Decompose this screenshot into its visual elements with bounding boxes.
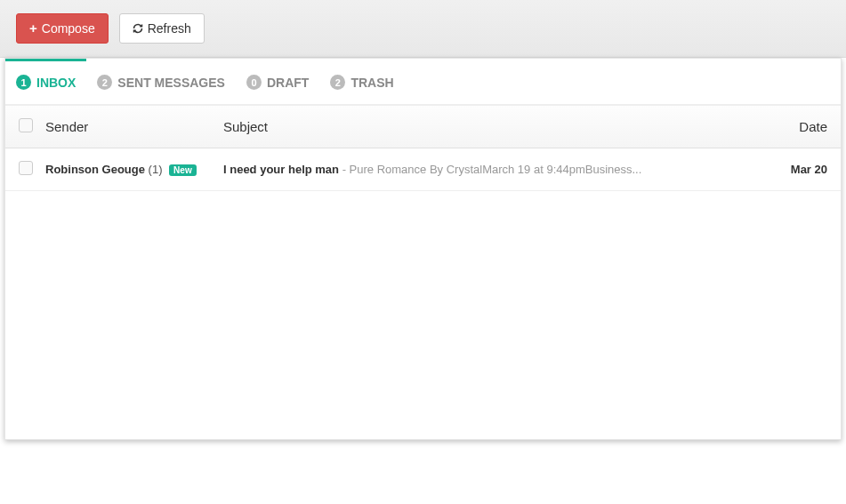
tab-trash-count: 2 — [330, 75, 345, 90]
mail-panel: 1 INBOX 2 SENT MESSAGES 0 DRAFT 2 TRASH … — [4, 58, 842, 440]
header-date: Date — [765, 119, 827, 134]
refresh-icon — [133, 23, 143, 34]
tab-trash-label: TRASH — [350, 76, 393, 90]
row-checkbox[interactable] — [19, 161, 33, 175]
tab-sent-label: SENT MESSAGES — [117, 76, 225, 90]
subject-text: I need your help man — [223, 163, 339, 176]
plus-icon — [29, 20, 37, 36]
refresh-button[interactable]: Refresh — [119, 13, 205, 44]
tab-draft[interactable]: 0 DRAFT — [236, 59, 319, 104]
mail-row[interactable]: Robinson Geouge (1) New I need your help… — [5, 148, 841, 191]
tab-trash[interactable]: 2 TRASH — [319, 59, 404, 104]
subject-preview: Pure Romance By CrystalMarch 19 at 9:44p… — [350, 163, 642, 176]
tab-inbox[interactable]: 1 INBOX — [5, 59, 86, 104]
folder-tabs: 1 INBOX 2 SENT MESSAGES 0 DRAFT 2 TRASH — [5, 59, 841, 105]
sender-name: Robinson Geouge — [45, 163, 145, 176]
tab-sent[interactable]: 2 SENT MESSAGES — [86, 59, 236, 104]
tab-draft-count: 0 — [246, 75, 262, 90]
refresh-label: Refresh — [148, 21, 191, 36]
tab-inbox-count: 1 — [16, 75, 31, 90]
compose-label: Compose — [42, 21, 95, 36]
subject-sep: - — [339, 163, 350, 176]
row-date: Mar 20 — [765, 163, 827, 176]
select-all-checkbox[interactable] — [19, 118, 33, 132]
sender-count: (1) — [149, 163, 163, 176]
compose-button[interactable]: Compose — [16, 13, 109, 44]
tab-draft-label: DRAFT — [267, 76, 309, 90]
header-sender: Sender — [45, 119, 223, 134]
tab-inbox-label: INBOX — [36, 76, 76, 90]
header-subject: Subject — [223, 119, 765, 134]
new-badge: New — [169, 164, 197, 176]
mail-list-header: Sender Subject Date — [5, 105, 841, 148]
tab-sent-count: 2 — [97, 75, 112, 90]
toolbar: Compose Refresh — [0, 0, 846, 58]
